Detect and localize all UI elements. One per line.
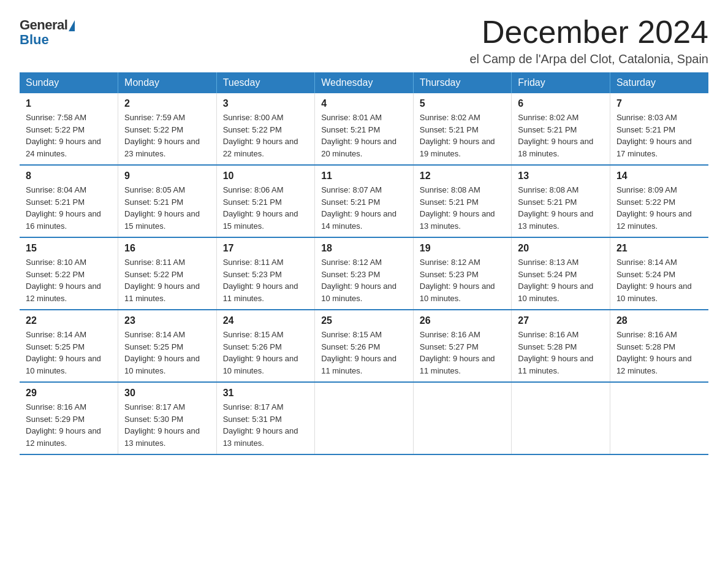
sunset-label: Sunset: 5:23 PM bbox=[321, 270, 380, 279]
sunset-label: Sunset: 5:27 PM bbox=[420, 342, 479, 351]
day-info: Sunrise: 8:01 AM Sunset: 5:21 PM Dayligh… bbox=[321, 112, 407, 159]
sunset-label: Sunset: 5:21 PM bbox=[518, 197, 577, 207]
sunset-label: Sunset: 5:29 PM bbox=[26, 415, 85, 424]
table-row: 21 Sunrise: 8:14 AM Sunset: 5:24 PM Dayl… bbox=[610, 237, 708, 310]
calendar-week-row: 8 Sunrise: 8:04 AM Sunset: 5:21 PM Dayli… bbox=[20, 165, 708, 237]
sunrise-label: Sunrise: 8:02 AM bbox=[518, 113, 578, 122]
sunset-label: Sunset: 5:23 PM bbox=[420, 270, 479, 279]
sunrise-label: Sunrise: 8:13 AM bbox=[518, 258, 578, 267]
sunset-label: Sunset: 5:25 PM bbox=[26, 342, 85, 351]
sunrise-label: Sunrise: 8:14 AM bbox=[616, 258, 677, 267]
day-number: 18 bbox=[321, 243, 407, 254]
day-info: Sunrise: 8:02 AM Sunset: 5:21 PM Dayligh… bbox=[420, 112, 506, 159]
sunset-label: Sunset: 5:21 PM bbox=[321, 125, 380, 134]
sunset-label: Sunset: 5:21 PM bbox=[26, 197, 85, 207]
sunset-label: Sunset: 5:26 PM bbox=[321, 342, 380, 351]
day-info: Sunrise: 8:15 AM Sunset: 5:26 PM Dayligh… bbox=[321, 329, 407, 377]
daylight-label: Daylight: 9 hours and 24 minutes. bbox=[26, 137, 101, 158]
day-info: Sunrise: 8:08 AM Sunset: 5:21 PM Dayligh… bbox=[420, 184, 506, 232]
sunset-label: Sunset: 5:22 PM bbox=[124, 270, 183, 279]
daylight-label: Daylight: 9 hours and 18 minutes. bbox=[518, 137, 593, 158]
logo-general-text: General bbox=[20, 17, 67, 33]
location-subtitle: el Camp de l'Arpa del Clot, Catalonia, S… bbox=[469, 52, 708, 66]
sunset-label: Sunset: 5:21 PM bbox=[420, 125, 479, 134]
table-row: 13 Sunrise: 8:08 AM Sunset: 5:21 PM Dayl… bbox=[512, 165, 610, 237]
daylight-label: Daylight: 9 hours and 22 minutes. bbox=[223, 137, 298, 158]
daylight-label: Daylight: 9 hours and 10 minutes. bbox=[223, 354, 298, 375]
sunrise-label: Sunrise: 8:10 AM bbox=[26, 258, 86, 267]
day-number: 24 bbox=[223, 315, 309, 326]
table-row: 9 Sunrise: 8:05 AM Sunset: 5:21 PM Dayli… bbox=[118, 165, 217, 237]
day-info: Sunrise: 8:07 AM Sunset: 5:21 PM Dayligh… bbox=[321, 184, 407, 232]
day-info: Sunrise: 8:04 AM Sunset: 5:21 PM Dayligh… bbox=[26, 184, 112, 232]
sunrise-label: Sunrise: 8:00 AM bbox=[223, 113, 284, 122]
table-row: 6 Sunrise: 8:02 AM Sunset: 5:21 PM Dayli… bbox=[512, 93, 610, 165]
daylight-label: Daylight: 9 hours and 13 minutes. bbox=[518, 209, 593, 231]
table-row bbox=[512, 382, 610, 454]
col-friday: Friday bbox=[512, 72, 610, 93]
table-row: 29 Sunrise: 8:16 AM Sunset: 5:29 PM Dayl… bbox=[20, 382, 118, 454]
day-number: 10 bbox=[223, 170, 309, 182]
table-row: 3 Sunrise: 8:00 AM Sunset: 5:22 PM Dayli… bbox=[216, 93, 315, 165]
day-number: 12 bbox=[420, 170, 506, 182]
day-number: 3 bbox=[223, 98, 309, 109]
table-row: 16 Sunrise: 8:11 AM Sunset: 5:22 PM Dayl… bbox=[118, 237, 217, 310]
sunrise-label: Sunrise: 8:16 AM bbox=[616, 330, 677, 339]
daylight-label: Daylight: 9 hours and 12 minutes. bbox=[26, 426, 101, 448]
sunset-label: Sunset: 5:24 PM bbox=[616, 270, 675, 279]
day-info: Sunrise: 8:09 AM Sunset: 5:22 PM Dayligh… bbox=[616, 184, 702, 232]
sunrise-label: Sunrise: 8:12 AM bbox=[420, 258, 480, 267]
day-number: 6 bbox=[518, 98, 604, 109]
sunrise-label: Sunrise: 8:14 AM bbox=[124, 330, 185, 339]
day-info: Sunrise: 8:16 AM Sunset: 5:28 PM Dayligh… bbox=[518, 329, 604, 377]
day-info: Sunrise: 8:13 AM Sunset: 5:24 PM Dayligh… bbox=[518, 256, 604, 304]
day-number: 4 bbox=[321, 98, 407, 109]
table-row: 5 Sunrise: 8:02 AM Sunset: 5:21 PM Dayli… bbox=[413, 93, 512, 165]
table-row: 30 Sunrise: 8:17 AM Sunset: 5:30 PM Dayl… bbox=[118, 382, 217, 454]
table-row: 2 Sunrise: 7:59 AM Sunset: 5:22 PM Dayli… bbox=[118, 93, 217, 165]
table-row bbox=[610, 382, 708, 454]
calendar-week-row: 1 Sunrise: 7:58 AM Sunset: 5:22 PM Dayli… bbox=[20, 93, 708, 165]
sunrise-label: Sunrise: 8:17 AM bbox=[223, 402, 284, 412]
day-number: 17 bbox=[223, 243, 309, 254]
day-info: Sunrise: 8:17 AM Sunset: 5:31 PM Dayligh… bbox=[223, 401, 309, 449]
day-info: Sunrise: 8:11 AM Sunset: 5:23 PM Dayligh… bbox=[223, 256, 309, 304]
table-row: 15 Sunrise: 8:10 AM Sunset: 5:22 PM Dayl… bbox=[20, 237, 118, 310]
sunrise-label: Sunrise: 8:11 AM bbox=[124, 258, 185, 267]
table-row: 27 Sunrise: 8:16 AM Sunset: 5:28 PM Dayl… bbox=[512, 310, 610, 382]
daylight-label: Daylight: 9 hours and 15 minutes. bbox=[124, 209, 200, 231]
col-tuesday: Tuesday bbox=[216, 72, 315, 93]
sunrise-label: Sunrise: 8:12 AM bbox=[321, 258, 382, 267]
table-row: 1 Sunrise: 7:58 AM Sunset: 5:22 PM Dayli… bbox=[20, 93, 118, 165]
sunset-label: Sunset: 5:31 PM bbox=[223, 415, 282, 424]
sunset-label: Sunset: 5:24 PM bbox=[518, 270, 577, 279]
sunset-label: Sunset: 5:22 PM bbox=[26, 125, 85, 134]
day-number: 1 bbox=[26, 98, 112, 109]
day-number: 31 bbox=[223, 388, 309, 399]
day-number: 11 bbox=[321, 170, 407, 182]
sunset-label: Sunset: 5:28 PM bbox=[518, 342, 577, 351]
sunrise-label: Sunrise: 8:05 AM bbox=[124, 185, 185, 194]
calendar-week-row: 29 Sunrise: 8:16 AM Sunset: 5:29 PM Dayl… bbox=[20, 382, 708, 454]
page-header: General Blue December 2024 el Camp de l'… bbox=[20, 15, 708, 66]
sunset-label: Sunset: 5:22 PM bbox=[223, 125, 282, 134]
month-title: December 2024 bbox=[469, 15, 708, 50]
day-info: Sunrise: 8:06 AM Sunset: 5:21 PM Dayligh… bbox=[223, 184, 309, 232]
table-row: 17 Sunrise: 8:11 AM Sunset: 5:23 PM Dayl… bbox=[216, 237, 315, 310]
calendar-week-row: 22 Sunrise: 8:14 AM Sunset: 5:25 PM Dayl… bbox=[20, 310, 708, 382]
day-info: Sunrise: 8:02 AM Sunset: 5:21 PM Dayligh… bbox=[518, 112, 604, 159]
table-row bbox=[413, 382, 512, 454]
daylight-label: Daylight: 9 hours and 11 minutes. bbox=[124, 282, 200, 303]
day-number: 14 bbox=[616, 170, 702, 182]
day-number: 27 bbox=[518, 315, 604, 326]
sunrise-label: Sunrise: 7:58 AM bbox=[26, 113, 86, 122]
day-number: 28 bbox=[616, 315, 702, 326]
sunrise-label: Sunrise: 8:08 AM bbox=[518, 185, 578, 194]
table-row: 19 Sunrise: 8:12 AM Sunset: 5:23 PM Dayl… bbox=[413, 237, 512, 310]
sunrise-label: Sunrise: 8:16 AM bbox=[420, 330, 480, 339]
day-number: 29 bbox=[26, 388, 112, 399]
daylight-label: Daylight: 9 hours and 19 minutes. bbox=[420, 137, 495, 158]
daylight-label: Daylight: 9 hours and 12 minutes. bbox=[616, 209, 692, 231]
sunrise-label: Sunrise: 8:07 AM bbox=[321, 185, 382, 194]
table-row: 28 Sunrise: 8:16 AM Sunset: 5:28 PM Dayl… bbox=[610, 310, 708, 382]
